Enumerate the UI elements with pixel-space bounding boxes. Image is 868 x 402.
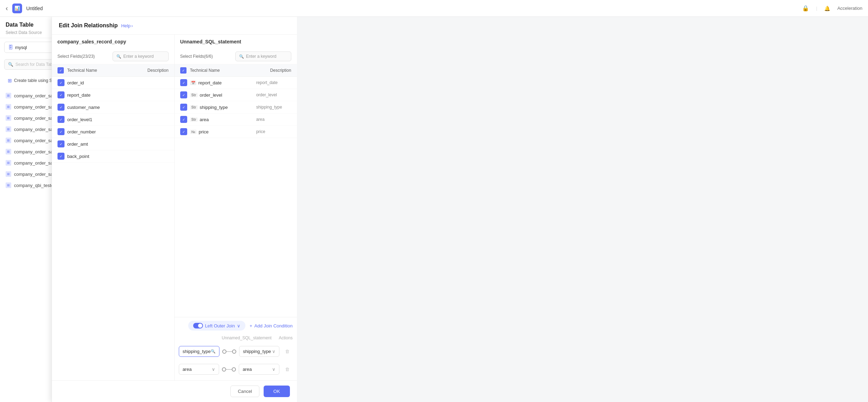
right-field-select-2[interactable]: area ∨ [239, 364, 279, 375]
right-table-header: ✓ Technical Name Description [175, 64, 297, 77]
delete-condition-1[interactable]: 🗑 [282, 349, 293, 354]
right-source-col-header: Unnamed_SQL_statement [222, 335, 272, 340]
field-row[interactable]: ✓ order_level1 [52, 113, 174, 126]
right-panel: Edit Join Relationship Help › company_sa… [52, 17, 297, 402]
help-link[interactable]: Help › [121, 23, 133, 28]
ok-button[interactable]: OK [264, 386, 290, 397]
field-row[interactable]: ✓ Str order_level order_level [175, 89, 297, 101]
link-icon-1 [222, 349, 236, 354]
right-fields-header: Select Fields(6/6) 🔍 Enter a keyword [175, 49, 297, 64]
chevron-down: ∨ [272, 349, 276, 354]
left-search[interactable]: 🔍 Enter a keyword [113, 51, 169, 61]
rp-title: Edit Join Relationship [59, 22, 118, 29]
col-description: Description [148, 68, 169, 73]
left-field-panel: company_sales_record_copy Select Fields(… [52, 35, 175, 380]
search-icon: 🔍 [8, 62, 13, 67]
field-row[interactable]: ✓ order_amt [52, 138, 174, 150]
delete-condition-2[interactable]: 🗑 [282, 367, 293, 372]
link-icon-2 [222, 367, 236, 372]
field-row[interactable]: ✓ Str area area [175, 113, 297, 126]
right-col-description: Description [270, 68, 291, 73]
field-row[interactable]: ✓ № price price [175, 126, 297, 138]
divider: | [816, 6, 817, 11]
right-search-placeholder: Enter a keyword [246, 54, 277, 59]
join-type-selector[interactable]: Left Outer Join ∨ [188, 321, 245, 331]
right-field-panel: Unnamed_SQL_statement Select Fields(6/6)… [175, 35, 297, 380]
chevron-down: ∨ [212, 367, 215, 372]
chevron-icon: › [131, 23, 133, 28]
actions-col-header: Actions [272, 335, 293, 340]
field-row[interactable]: ✓ customer_name [52, 101, 174, 113]
left-fields-count: Select Fields(23/23) [57, 54, 95, 59]
rp-header: Edit Join Relationship Help › [52, 17, 297, 35]
join-condition-row-1: shipping_type 🔍 [179, 344, 293, 359]
field-row[interactable]: ✓ 📅 report_date report_date [175, 77, 297, 89]
left-table-header: ✓ Technical Name Description [52, 64, 174, 77]
acceleration-label: Acceleration [837, 6, 862, 11]
db-icon: 🗄 [8, 44, 13, 50]
rp-body: company_sales_record_copy Select Fields(… [52, 35, 297, 380]
left-source-name: company_sales_record_copy [52, 35, 174, 49]
field-row[interactable]: ✓ order_number [52, 126, 174, 138]
sidebar-title: Data Table [6, 22, 34, 28]
field-row[interactable]: ✓ Str shipping_type shipping_type [175, 101, 297, 113]
datasource-name: mysql [15, 45, 27, 50]
right-field-select-1[interactable]: shipping_type ∨ [239, 346, 279, 357]
app-icon: 📊 [12, 4, 22, 13]
table-icon: ⊞ [8, 78, 12, 83]
join-type-label: Left Outer Join [205, 323, 235, 328]
plus-icon: + [250, 323, 252, 328]
app-title: Untitled [26, 6, 43, 11]
left-fields-header: Select Fields(23/23) 🔍 Enter a keyword [52, 49, 174, 64]
chevron-down: ∨ [237, 323, 240, 328]
add-join-button[interactable]: + Add Join Condition [250, 323, 293, 328]
back-icon[interactable]: ‹ [6, 4, 8, 12]
cancel-button[interactable]: Cancel [230, 386, 259, 397]
left-field-select-1[interactable]: shipping_type 🔍 [179, 346, 219, 357]
right-source-name: Unnamed_SQL_statement [175, 35, 297, 49]
bell-icon: 🔔 [824, 6, 830, 11]
search-icon: 🔍 [211, 349, 216, 354]
left-fields-list: ✓ order_id ✓ report_date ✓ customer_name [52, 77, 174, 380]
right-col-technical: Technical Name [190, 68, 270, 73]
search-icon: 🔍 [116, 54, 121, 59]
field-row[interactable]: ✓ report_date [52, 89, 174, 101]
left-field-select-2[interactable]: area ∨ [179, 364, 219, 375]
right-fields-list: ✓ 📅 report_date report_date ✓ Str order_… [175, 77, 297, 317]
rp-bottom: Cancel OK [52, 380, 297, 402]
lock-icon: 🔒 [802, 5, 809, 12]
right-search[interactable]: 🔍 Enter a keyword [235, 51, 291, 61]
left-search-placeholder: Enter a keyword [123, 54, 154, 59]
field-row[interactable]: ✓ back_point [52, 150, 174, 162]
search-icon: 🔍 [239, 54, 244, 59]
field-row[interactable]: ✓ order_id [52, 77, 174, 89]
col-technical-name: Technical Name [67, 68, 148, 73]
right-fields-count: Select Fields(6/6) [180, 54, 213, 59]
chevron-down: ∨ [272, 367, 276, 372]
join-condition-row-2: area ∨ area ∨ [179, 362, 293, 377]
